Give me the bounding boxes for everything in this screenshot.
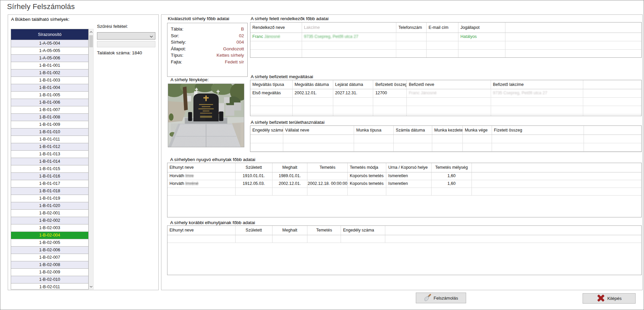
owner-status-cell: [458, 41, 505, 49]
table-row[interactable]: [250, 41, 641, 50]
owner-address-cell: [302, 50, 397, 58]
grave-id-row[interactable]: 1-B-02-003: [11, 224, 88, 232]
empty-cell: [584, 135, 641, 143]
grave-id-row[interactable]: 1-B-01-013: [11, 151, 88, 158]
grave-id-row[interactable]: 1-B-01-017: [11, 180, 88, 188]
table-row[interactable]: [250, 106, 641, 114]
redemption-type-cell: [250, 106, 293, 114]
filter-combobox[interactable]: [97, 32, 155, 40]
detail-field-label: Állapot:: [171, 46, 186, 52]
redemption-type-cell: [250, 98, 293, 106]
paid-amount-cell: [492, 143, 584, 151]
table-row[interactable]: [250, 98, 641, 106]
empty-cell: [472, 172, 641, 180]
grave-id-row[interactable]: 1-B-01-010: [11, 128, 88, 136]
column-header: Telefonszám: [396, 22, 427, 33]
grave-id-row[interactable]: 1-B-02-006: [11, 247, 88, 254]
table-row[interactable]: [250, 114, 641, 116]
detail-field: Sor: 02: [171, 33, 244, 39]
grave-id-row[interactable]: 1-B-01-001: [11, 62, 88, 69]
grave-id-row[interactable]: 1-B-02-011: [11, 283, 88, 290]
payer-address-cell: [491, 114, 584, 116]
column-header: Befizető neve: [407, 80, 491, 89]
grave-id-row[interactable]: 1-B-01-006: [11, 99, 88, 106]
owner-status-cell: Hatályos: [458, 33, 505, 41]
table-row[interactable]: [167, 235, 641, 243]
table-row[interactable]: [167, 188, 641, 196]
grave-id-row[interactable]: 1-B-01-020: [11, 202, 88, 210]
grave-id-row[interactable]: 1-B-01-018: [11, 188, 88, 195]
grave-id-row[interactable]: 1-B-02-010: [11, 276, 88, 283]
scrollbar-thumb[interactable]: [89, 35, 93, 47]
grave-list-scrollbar[interactable]: [89, 29, 94, 290]
column-header: Jogállapot: [458, 22, 505, 33]
table-row[interactable]: Franc Jánosné 9735 Csepreg, Petőfi utca …: [250, 33, 641, 41]
grave-id-row[interactable]: 1-B-01-004: [11, 84, 88, 92]
nyugvok-table: Elhunyt neveSzületettMeghaltTemetésTemet…: [167, 163, 642, 217]
grave-id-row[interactable]: 1-B-01-008: [11, 114, 88, 121]
detail-field-label: Sor:: [171, 33, 179, 39]
grave-id-row[interactable]: 1-B-01-005: [11, 92, 88, 99]
table-row[interactable]: Első megváltás 2002.12.01. 2027.12.31. 1…: [250, 89, 641, 98]
grave-id-row[interactable]: 1-B-02-004: [11, 232, 88, 239]
grave-id-row[interactable]: 1-B-02-005: [11, 239, 88, 247]
grave-id-row[interactable]: 1-B-01-002: [11, 69, 88, 77]
urn-coffin-place-cell: Ismeretlen: [386, 172, 432, 180]
grave-id-row[interactable]: 1-B-02-009: [11, 269, 88, 276]
grave-id-row[interactable]: 1-B-01-003: [11, 77, 88, 84]
filter-input[interactable]: [97, 41, 155, 47]
detail-field-value: Fedett sír: [225, 59, 244, 65]
scroll-up-icon[interactable]: [89, 29, 93, 35]
detail-field-value: 004: [236, 39, 244, 46]
born-cell: [236, 235, 273, 243]
column-header: Született: [236, 226, 273, 235]
photo-label: A sírhely fényképe:: [170, 77, 209, 82]
table-row[interactable]: [250, 135, 641, 143]
empty-cell: [583, 98, 641, 106]
grave-id-row[interactable]: 1-B-02-001: [11, 210, 88, 217]
detail-field: Tábla: B: [171, 26, 244, 33]
liquidate-button[interactable]: Felszámolás: [416, 293, 466, 303]
grave-id-row[interactable]: 1-A-05-005: [11, 47, 88, 55]
column-header: Elhunyt neve: [167, 163, 236, 172]
grave-id-row[interactable]: 1-A-05-004: [11, 40, 88, 47]
redemption-date-cell: [293, 98, 333, 106]
owner-phone-cell: [396, 50, 427, 58]
grave-id-row[interactable]: 1-B-02-002: [11, 217, 88, 224]
selected-grave-details: Tábla: B Sor: 02 Sírhely: 004 Állapot: G…: [167, 23, 248, 77]
died-cell: [273, 188, 308, 195]
grave-id-row[interactable]: 1-B-01-016: [11, 173, 88, 180]
table-row[interactable]: Horváth Imre 1910.01.01. 1989.01.01. Kop…: [167, 172, 641, 180]
column-header: Elhunyt neve: [167, 226, 236, 235]
grave-id-row[interactable]: 1-A-05-006: [11, 55, 88, 62]
column-header: Temetés: [307, 163, 348, 172]
grave-id-row[interactable]: 1-B-01-012: [11, 143, 88, 151]
detail-field-value: 02: [239, 33, 244, 39]
payer-address-cell: 9735 Csepreg, Petőfi utca 27: [491, 89, 584, 97]
grave-id-column-header[interactable]: Sírazonosító: [11, 29, 88, 40]
korabbiak-table-title: A sírhely korábbi elhunytjainak főbb ada…: [169, 220, 256, 225]
scroll-down-icon[interactable]: [89, 284, 93, 289]
column-header: Megváltás típusa: [250, 80, 293, 89]
table-row[interactable]: [250, 143, 641, 152]
grave-id-row[interactable]: 1-B-02-007: [11, 254, 88, 261]
grave-id-row[interactable]: 1-B-01-014: [11, 158, 88, 165]
grave-id-row[interactable]: 1-B-01-009: [11, 121, 88, 128]
grave-id-row[interactable]: 1-B-01-007: [11, 106, 88, 114]
grave-id-row[interactable]: 1-B-01-019: [11, 195, 88, 202]
column-header: E-mail cím: [427, 22, 458, 33]
empty-cell: [505, 41, 641, 49]
column-header: Befizetett összeg: [373, 80, 407, 89]
grave-id-row[interactable]: 1-B-01-011: [11, 136, 88, 143]
owner-name-cell: [250, 50, 302, 58]
expiry-date-cell: [333, 106, 374, 114]
grave-id-row[interactable]: 1-B-02-008: [11, 261, 88, 269]
deceased-name-cell: [167, 235, 236, 243]
page-title: Sírhely Felszámolás: [7, 2, 75, 11]
grave-id-row[interactable]: 1-B-01-015: [11, 165, 88, 173]
liquidate-button-label: Felszámolás: [434, 296, 458, 301]
company-cell: [283, 135, 354, 143]
exit-button[interactable]: Kilépés: [583, 293, 636, 304]
table-row[interactable]: Horváth Imréné 1912.05.03. 2002.12.01. 2…: [167, 180, 641, 188]
table-row[interactable]: [250, 50, 641, 58]
